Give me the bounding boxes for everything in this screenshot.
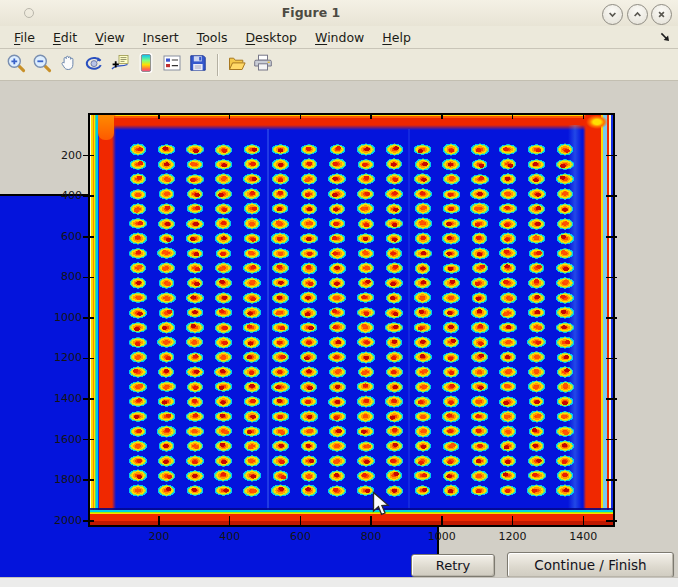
assay-spot (471, 159, 489, 171)
assay-spot (556, 188, 575, 199)
assay-spot (214, 395, 233, 408)
zoom-out-icon (32, 53, 52, 77)
assay-spot (555, 173, 575, 185)
assay-spot (527, 455, 547, 467)
save-button[interactable] (186, 52, 210, 78)
assay-spot (243, 158, 261, 170)
legend-button[interactable] (160, 52, 184, 78)
menu-item-file[interactable]: File (5, 28, 44, 47)
assay-spot (270, 381, 291, 393)
detach-arrow-icon[interactable] (659, 31, 671, 46)
assay-spot (327, 292, 347, 304)
assay-spot (356, 470, 376, 482)
assay-spot (499, 351, 518, 364)
assay-spot (214, 411, 233, 423)
assay-spot (528, 396, 546, 408)
retry-button[interactable]: Retry (411, 554, 495, 577)
assay-spot (413, 248, 433, 259)
assay-spot (157, 396, 176, 408)
assay-spot (271, 426, 290, 438)
assay-spot (186, 248, 205, 259)
assay-spot (271, 396, 291, 407)
assay-spot (469, 202, 490, 215)
assay-spot (299, 366, 319, 379)
assay-spot (356, 395, 376, 408)
assay-spot (442, 366, 460, 378)
assay-spot (357, 441, 375, 452)
assay-spot (328, 218, 346, 229)
continue-finish-button[interactable]: Continue / Finish (507, 552, 674, 578)
menu-item-insert[interactable]: Insert (134, 28, 188, 47)
assay-spot (271, 248, 290, 259)
assay-spot (385, 173, 404, 185)
assay-spot (300, 203, 318, 215)
assay-spot (441, 425, 461, 437)
assay-spot (499, 307, 517, 319)
assay-spot (555, 322, 575, 333)
pan-button[interactable] (56, 52, 80, 78)
assay-spot (528, 262, 546, 274)
assay-spot (498, 322, 518, 333)
assay-spot (156, 292, 176, 305)
assay-spot (185, 366, 206, 379)
assay-spot (414, 158, 432, 171)
zoom-in-button[interactable] (4, 52, 28, 78)
assay-spot (327, 396, 347, 408)
assay-spot (242, 485, 261, 497)
pan-icon (58, 53, 78, 77)
open-button[interactable] (225, 52, 249, 78)
assay-spot (300, 277, 318, 290)
assay-spot (384, 307, 404, 319)
assay-spot (214, 425, 234, 437)
assay-spot (442, 352, 461, 363)
assay-spot (243, 144, 261, 156)
rotate-3d-button[interactable] (82, 52, 106, 78)
assay-spot (442, 395, 460, 408)
assay-spot (356, 381, 375, 392)
assay-spot (328, 425, 347, 438)
assay-spot (243, 410, 262, 423)
close-window-button[interactable] (651, 4, 672, 25)
data-cursor-button[interactable] (108, 52, 132, 78)
assay-spot (157, 173, 176, 185)
assay-spot (270, 366, 290, 378)
assay-spot (300, 188, 318, 200)
assay-spot (441, 410, 461, 423)
assay-spot (527, 233, 547, 244)
zoom-out-button[interactable] (30, 52, 54, 78)
assay-spot (243, 233, 261, 244)
assay-spot (186, 440, 204, 452)
menu-item-tools[interactable]: Tools (188, 28, 237, 47)
assay-spot (498, 396, 518, 408)
assay-spot (413, 188, 433, 201)
assay-spot (471, 336, 489, 349)
assay-spot (527, 144, 547, 155)
maximize-window-button[interactable] (627, 4, 648, 25)
assay-spot (214, 144, 233, 156)
colorbar-button[interactable] (134, 52, 158, 78)
menu-item-view[interactable]: View (86, 28, 134, 47)
scan-image[interactable] (90, 115, 613, 525)
assay-spot (499, 188, 518, 200)
assay-spot (242, 306, 262, 318)
assay-spot (471, 232, 489, 244)
menu-item-desktop[interactable]: Desktop (236, 28, 306, 47)
assay-spot (271, 262, 290, 274)
print-button[interactable] (251, 52, 275, 78)
menu-item-window[interactable]: Window (306, 28, 373, 47)
menu-item-edit[interactable]: Edit (44, 28, 86, 47)
assay-spot (271, 277, 290, 288)
shade-window-button[interactable] (602, 4, 623, 25)
menu-item-help[interactable]: Help (373, 28, 420, 47)
assay-spot (214, 277, 234, 289)
assay-spot (300, 173, 318, 185)
assay-spot (327, 173, 347, 185)
assay-spot (270, 484, 290, 496)
assay-spot (442, 143, 460, 156)
assay-spot (129, 143, 148, 156)
assay-spot (385, 247, 403, 260)
colorbar-icon (136, 53, 156, 77)
assay-spot (499, 262, 517, 274)
assay-spot (470, 351, 490, 363)
title-bar[interactable]: Figure 1 (0, 0, 678, 27)
